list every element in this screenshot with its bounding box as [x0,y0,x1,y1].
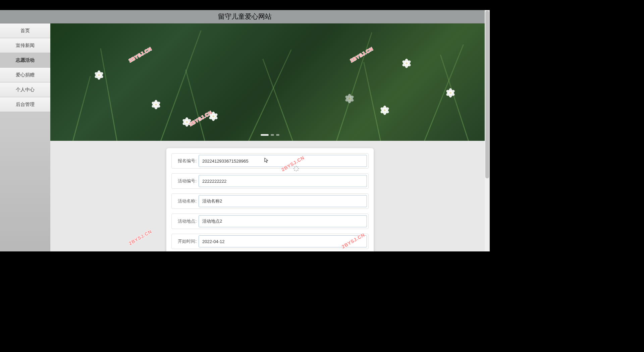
form-row-start-time: 开始时间: [171,234,369,249]
sidebar-item-label: 后台管理 [16,102,35,108]
activity-location-input[interactable] [199,215,367,227]
carousel-indicator-3[interactable] [276,134,279,136]
activity-name-input[interactable] [199,195,367,207]
svg-line-2 [294,167,295,167]
form-label: 活动地点: [172,218,198,224]
sidebar-item-donation[interactable]: 爱心捐赠 [0,68,50,82]
page-title: 留守儿童爱心网站 [218,12,272,21]
svg-line-3 [298,170,298,171]
form-label: 活动名称: [172,198,198,204]
sidebar: 首页 宣传新闻 志愿活动 爱心捐赠 个人中心 后台管理 [0,23,50,251]
carousel-indicator-2[interactable] [271,134,274,136]
banner-carousel[interactable]: 2BYSJ.CN 2BYSJ.CN 2BYSJ.CN [50,23,490,141]
sidebar-item-volunteer[interactable]: 志愿活动 [0,53,50,68]
sidebar-item-admin[interactable]: 后台管理 [0,97,50,112]
watermark: 2BYSJ.CN [128,229,153,246]
form-label: 活动编号: [172,178,198,184]
form-row-activity-id: 活动编号: [171,173,369,189]
content-area: 2BYSJ.CN 2BYSJ.CN 2BYSJ.CN [50,23,490,251]
sidebar-item-label: 个人中心 [16,87,35,93]
form-label: 报名编号: [172,158,198,164]
activity-id-input[interactable] [199,175,367,187]
sidebar-item-label: 宣传新闻 [16,43,35,49]
sidebar-item-home[interactable]: 首页 [0,23,50,38]
header: 留守儿童爱心网站 [0,10,490,23]
scrollbar-thumb[interactable] [485,11,489,178]
svg-line-6 [294,170,295,171]
sidebar-item-label: 爱心捐赠 [16,72,35,78]
form-label: 开始时间: [172,238,198,244]
svg-line-7 [298,167,298,167]
carousel-indicator-1[interactable] [261,134,269,136]
sidebar-item-label: 首页 [20,28,30,34]
form-row-activity-location: 活动地点: [171,214,369,229]
sidebar-item-news[interactable]: 宣传新闻 [0,38,50,53]
carousel-indicators [261,134,279,136]
form-row-activity-name: 活动名称: [171,193,369,209]
start-time-input[interactable] [199,235,367,247]
form-row-registration-id: 报名编号: [171,153,369,169]
loading-icon [293,165,300,172]
scrollbar[interactable] [485,10,490,251]
sidebar-item-label: 志愿活动 [16,57,35,63]
registration-id-input[interactable] [199,155,367,167]
sidebar-item-profile[interactable]: 个人中心 [0,82,50,97]
form-card: 报名编号: 活动编号: 活动名称: 活动地点: 开始时间: [166,148,374,251]
